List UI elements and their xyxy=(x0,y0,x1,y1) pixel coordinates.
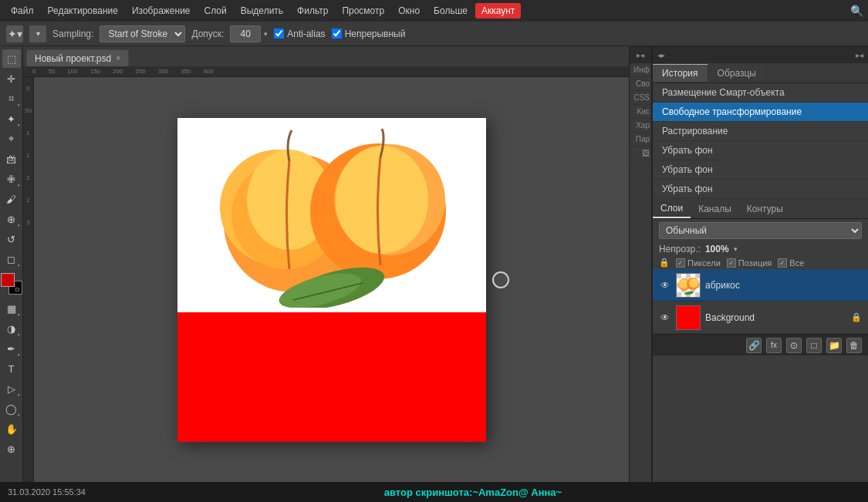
tool-heal[interactable]: ✙▾ xyxy=(2,170,21,188)
tool-hand[interactable]: ✋ xyxy=(2,419,21,438)
tab-close-button[interactable]: × xyxy=(116,54,120,62)
panel-collapse-left[interactable]: ◂▸ xyxy=(657,51,665,59)
tab-channels[interactable]: Каналы xyxy=(691,200,739,217)
link-layers-button[interactable]: 🔗 xyxy=(746,338,762,353)
history-panel-header: ◂▸ ▸◂ xyxy=(653,46,868,63)
tool-move[interactable]: ✛ xyxy=(2,69,21,88)
history-item-0[interactable]: Размещение Смарт-объекта xyxy=(653,83,868,103)
history-item-5[interactable]: Убрать фон xyxy=(653,180,868,199)
canvas-viewport[interactable] xyxy=(34,77,629,482)
side-info-img[interactable]: 🖼 xyxy=(630,147,651,160)
lock-all[interactable]: ✓ Все xyxy=(778,258,804,268)
tolerance-dropdown-icon[interactable]: ▾ xyxy=(264,30,268,38)
layer-item-background[interactable]: 👁 Background 🔒 xyxy=(653,302,868,334)
history-item-4[interactable]: Убрать фон xyxy=(653,160,868,180)
antialias-label: Anti-alias xyxy=(287,29,325,39)
side-info-har[interactable]: Хар xyxy=(630,119,651,133)
tab-layers[interactable]: Слои xyxy=(653,200,691,218)
tool-eyedropper[interactable]: 🖄 xyxy=(2,150,21,168)
svg-rect-15 xyxy=(695,274,700,278)
side-info-par[interactable]: Пар xyxy=(630,133,651,147)
history-item-3[interactable]: Убрать фон xyxy=(653,141,868,160)
svg-point-6 xyxy=(336,146,428,254)
history-item-1[interactable]: Свободное трансформирование xyxy=(653,103,868,122)
main-layout: ⬚ ✛ ⌗▾ ✦▾ ⌖ 🖄 ✙▾ 🖌 ⊕▾ ↺ ◻▾ D ▦▾ ◑▾ ✒▾ T … xyxy=(0,46,868,482)
foreground-color-swatch[interactable] xyxy=(1,273,15,287)
statusbar: 31.03.2020 15:55:34 автор скриншота:~Аma… xyxy=(0,482,868,502)
ruler-tick: 150 xyxy=(84,68,106,75)
tool-crop[interactable]: ⌖ xyxy=(2,130,21,148)
statusbar-datetime: 31.03.2020 15:55:34 xyxy=(8,487,86,497)
menu-account[interactable]: Аккаунт xyxy=(475,3,521,19)
layer-thumbnail-apricot xyxy=(676,273,701,298)
tool-shape[interactable]: ◯▾ xyxy=(2,399,21,418)
default-colors-label[interactable]: D xyxy=(15,286,21,293)
tool-pen[interactable]: ✒▾ xyxy=(2,339,21,358)
svg-rect-11 xyxy=(677,274,681,278)
side-info-kis[interactable]: Кис xyxy=(630,105,651,119)
tool-brush[interactable]: 🖌 xyxy=(2,190,21,208)
menu-edit[interactable]: Редактирование xyxy=(42,3,124,19)
menu-more[interactable]: Больше xyxy=(427,3,474,19)
opacity-dropdown-icon[interactable]: ▾ xyxy=(734,245,738,253)
toolbar: ⬚ ✛ ⌗▾ ✦▾ ⌖ 🖄 ✙▾ 🖌 ⊕▾ ↺ ◻▾ D ▦▾ ◑▾ ✒▾ T … xyxy=(0,46,23,482)
search-icon[interactable]: 🔍 xyxy=(850,5,863,17)
tool-dodge[interactable]: ◑▾ xyxy=(2,319,21,338)
fx-button[interactable]: fx xyxy=(766,338,782,353)
contiguous-checkbox[interactable] xyxy=(332,29,342,39)
menu-select[interactable]: Выделить xyxy=(235,3,289,19)
lock-position[interactable]: ✓ Позиция xyxy=(727,258,772,268)
tool-lasso[interactable]: ⌗▾ xyxy=(2,89,21,108)
layer-name-apricot: абрикос xyxy=(705,280,862,291)
tab-swatches[interactable]: Образцы xyxy=(708,65,766,82)
tool-eraser[interactable]: ◻▾ xyxy=(2,250,21,268)
history-item-2[interactable]: Растрирование xyxy=(653,122,868,141)
tolerance-input[interactable] xyxy=(230,25,261,42)
tool-clone[interactable]: ⊕▾ xyxy=(2,210,21,228)
menu-filter[interactable]: Фильтр xyxy=(291,3,334,19)
layer-visibility-background[interactable]: 👁 xyxy=(659,312,671,324)
menu-image[interactable]: Изображение xyxy=(126,3,197,19)
ruler-tick: 350 xyxy=(174,68,197,75)
contiguous-label: Непрерывный xyxy=(345,29,406,39)
tab-history[interactable]: История xyxy=(653,64,708,82)
document-tab[interactable]: Новый проект.psd × xyxy=(26,49,129,66)
opacity-row: Непрозр.: 100% ▾ xyxy=(653,242,868,256)
tool-options-arrow[interactable]: ▾ xyxy=(29,25,46,42)
menu-file[interactable]: Файл xyxy=(5,3,40,19)
side-info-svo[interactable]: Сво xyxy=(630,77,651,91)
tool-gradient[interactable]: ▦▾ xyxy=(2,299,21,318)
layer-item-apricot[interactable]: 👁 xyxy=(653,269,868,302)
antialias-checkbox[interactable] xyxy=(274,29,284,39)
menu-view[interactable]: Просмотр xyxy=(336,3,390,19)
lock-row: 🔒 ✓ Пиксели ✓ Позиция ✓ Все xyxy=(653,256,868,269)
panel-expand-right[interactable]: ▸◂ xyxy=(856,51,863,59)
opacity-value[interactable]: 100% xyxy=(705,244,729,254)
menu-layer[interactable]: Слой xyxy=(198,3,233,19)
tool-text[interactable]: T xyxy=(2,359,21,378)
tool-magic-wand-tool[interactable]: ✦▾ xyxy=(2,109,21,128)
side-info-css[interactable]: CSS xyxy=(630,91,651,105)
lock-pixels[interactable]: ✓ Пиксели xyxy=(676,258,721,268)
side-info-inf[interactable]: Инф xyxy=(630,63,651,77)
blend-mode-select[interactable]: Обычный xyxy=(659,222,862,239)
tool-history-brush[interactable]: ↺ xyxy=(2,230,21,248)
tool-zoom[interactable]: ⊕ xyxy=(2,440,21,458)
canvas-transform-handle[interactable] xyxy=(492,271,509,288)
layer-visibility-apricot[interactable]: 👁 xyxy=(659,279,671,291)
delete-layer-button[interactable]: 🗑 xyxy=(846,338,862,353)
tool-path-select[interactable]: ▷▾ xyxy=(2,379,21,398)
side-info-header: ▸◂ xyxy=(630,46,651,63)
menu-window[interactable]: Окно xyxy=(392,3,426,19)
tool-magic-wand[interactable]: ✦▾ xyxy=(6,25,23,42)
ruler-v-tick: 2 xyxy=(26,174,29,181)
color-swatches[interactable]: D xyxy=(1,273,22,295)
new-group-button[interactable]: 📁 xyxy=(826,338,842,353)
adjustment-button[interactable]: □ xyxy=(806,338,822,353)
tab-paths[interactable]: Контуры xyxy=(739,200,791,217)
sampling-select[interactable]: Start of Stroke xyxy=(100,25,185,42)
ruler-tick: 50 xyxy=(42,68,61,75)
tool-marquee[interactable]: ⬚ xyxy=(2,49,21,68)
add-mask-button[interactable]: ⊙ xyxy=(786,338,802,353)
ruler-v-tick: 2 xyxy=(26,197,29,204)
